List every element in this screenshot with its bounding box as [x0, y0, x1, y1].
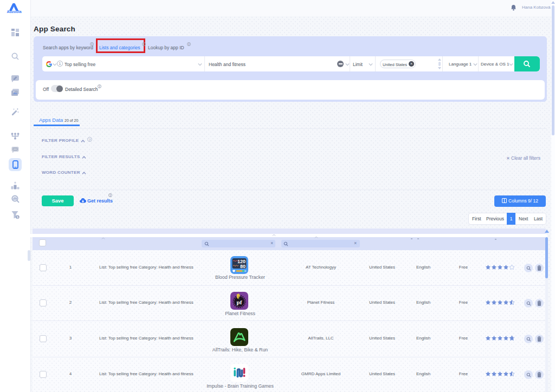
- svg-text:pf: pf: [237, 299, 242, 305]
- svg-text:80: 80: [240, 264, 246, 269]
- svg-text:$: $: [17, 215, 18, 219]
